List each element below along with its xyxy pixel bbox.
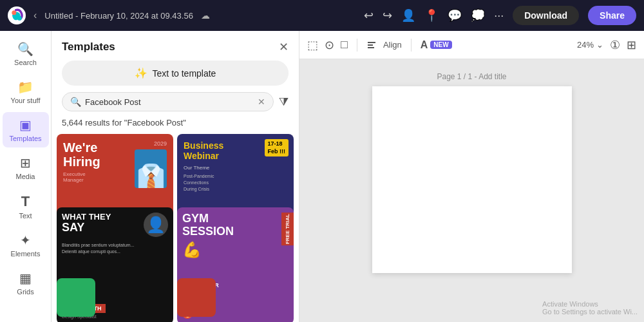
sidebar-item-templates[interactable]: ▣ Templates: [3, 112, 49, 147]
zoom-control[interactable]: 24% ⌄: [577, 40, 603, 50]
webinar-theme: Our Theme: [184, 165, 287, 171]
svg-rect-5: [368, 47, 374, 48]
canvas-content: Page 1 / 1 - Add title Activate Windows …: [299, 59, 644, 322]
sidebar-label-grids: Grids: [17, 288, 33, 296]
hiring-job: ExecutiveManager: [63, 171, 100, 183]
svg-rect-3: [368, 42, 375, 43]
grid-view-button[interactable]: ⊞: [627, 38, 636, 52]
zoom-value: 24%: [577, 40, 594, 50]
template-card-business1[interactable]: [57, 278, 95, 317]
canva-logo: [8, 6, 26, 24]
templates-panel: Templates ✕ ✨ Text to template 🔍 ✕ ⧩ 5,6…: [52, 31, 299, 322]
webinar-date: 17-18Feb !!!: [265, 139, 289, 156]
templates-icon: ▣: [19, 117, 32, 133]
sidebar-item-elements[interactable]: ✦ Elements: [3, 227, 49, 263]
share-button[interactable]: Share: [588, 6, 636, 25]
hiring-title: We'reHiring: [63, 140, 100, 169]
gym-free-trial: FREE TRIAL: [281, 213, 294, 245]
filter-button[interactable]: ⧩: [279, 95, 289, 109]
clear-search-button[interactable]: ✕: [258, 97, 265, 107]
topbar-tools: ↩ ↪ 👤 📍 💬 💭 ··· Download Share: [364, 6, 636, 25]
download-button[interactable]: Download: [513, 6, 579, 25]
whattheysay-photo: 👤: [144, 213, 168, 237]
globe-tool-button[interactable]: ⊙: [325, 38, 334, 52]
translate-button[interactable]: A NEW: [421, 39, 452, 51]
square-tool-button[interactable]: □: [341, 38, 348, 52]
results-text: 5,644 results for "Facebook Post": [52, 118, 299, 134]
canvas-area: ⬚ ⊙ □ Align A NEW 24% ⌄ ① ⊞ Page 1 / 1 -: [299, 31, 644, 322]
whattheysay-title: WHAT THEYSAY: [62, 213, 111, 234]
panel-title: Templates: [62, 41, 115, 53]
user-button[interactable]: 👤: [401, 8, 415, 23]
sidebar-item-media[interactable]: ⊞ Media: [3, 150, 49, 185]
svg-rect-4: [368, 44, 373, 46]
gym-title: GYMSESSION: [182, 213, 289, 238]
chat-button[interactable]: 💬: [448, 8, 462, 23]
media-icon: ⊞: [20, 155, 31, 171]
location-button[interactable]: 📍: [424, 8, 439, 23]
close-panel-button[interactable]: ✕: [279, 40, 289, 54]
elements-icon: ✦: [20, 232, 31, 248]
sidebar-label-text: Text: [19, 212, 32, 220]
undo-button[interactable]: ↩: [364, 8, 374, 23]
chevron-down-icon: ⌄: [596, 40, 603, 50]
panel-header: Templates ✕: [52, 31, 299, 61]
sidebar-label-templates: Templates: [9, 135, 41, 142]
search-row: 🔍 ✕ ⧩: [52, 92, 299, 118]
sidebar: 🔍 Search 📁 Your stuff ▣ Templates ⊞ Medi…: [0, 31, 52, 322]
topbar: ‹ Untitled - February 10, 2024 at 09.43.…: [0, 0, 644, 31]
align-icon: [366, 40, 377, 50]
save-icon: ☁: [201, 10, 210, 21]
multi-chat-button[interactable]: 💭: [471, 8, 485, 23]
translate-icon: A: [421, 39, 428, 51]
search-box: 🔍 ✕: [62, 92, 274, 111]
sidebar-item-search[interactable]: 🔍 Search: [3, 36, 49, 71]
magic-icon: ✨: [135, 67, 147, 79]
text-icon: T: [21, 193, 30, 210]
more-options[interactable]: ···: [494, 9, 504, 23]
hiring-year: 2029: [135, 140, 167, 147]
svg-point-2: [17, 16, 22, 21]
canvas-page-container: Page 1 / 1 - Add title: [372, 72, 572, 273]
whattheysay-quote: Blanditiis prae sentium voluptatum... De…: [62, 242, 168, 255]
sidebar-label-media: Media: [16, 173, 35, 180]
watermark-subtitle: Go to Settings to activate Wi...: [542, 308, 638, 316]
sidebar-label-search: Search: [14, 59, 37, 66]
search-icon: 🔍: [70, 97, 81, 107]
page-number-button[interactable]: ①: [610, 38, 620, 52]
toolbar-divider-2: [411, 39, 412, 52]
template-card-business2[interactable]: [177, 278, 216, 317]
page-label: Page 1 / 1 - Add title: [437, 72, 506, 81]
template-grid: We'reHiring ExecutiveManager 2029 👔 Appl…: [52, 134, 299, 322]
sidebar-item-your-stuff[interactable]: 📁 Your stuff: [3, 74, 49, 109]
canvas-page: [372, 86, 572, 273]
sidebar-item-text[interactable]: T Text: [3, 188, 49, 225]
new-badge: NEW: [430, 41, 451, 49]
frame-tool-button[interactable]: ⬚: [307, 38, 318, 52]
canvas-toolbar: ⬚ ⊙ □ Align A NEW 24% ⌄ ① ⊞: [299, 31, 644, 59]
search-input[interactable]: [85, 97, 254, 107]
sidebar-label-elements: Elements: [11, 250, 41, 258]
grids-icon: ▦: [19, 270, 32, 286]
sidebar-item-grids[interactable]: ▦ Grids: [3, 265, 49, 301]
back-button[interactable]: ‹: [31, 7, 39, 24]
align-label: Align: [383, 40, 402, 50]
search-icon: 🔍: [17, 41, 33, 57]
sidebar-label-your-stuff: Your stuff: [11, 97, 41, 104]
text-to-template-label: Text to template: [153, 68, 216, 79]
watermark: Activate Windows Go to Settings to activ…: [542, 300, 638, 316]
your-stuff-icon: 📁: [17, 79, 33, 95]
svg-point-1: [12, 10, 16, 15]
document-title: Untitled - February 10, 2024 at 09.43.56: [44, 11, 193, 21]
toolbar-divider: [357, 39, 357, 52]
webinar-details: Post-PandemicConnectionsDuring Crisis: [184, 173, 287, 192]
main-area: 🔍 Search 📁 Your stuff ▣ Templates ⊞ Medi…: [0, 31, 644, 322]
align-button[interactable]: [366, 40, 377, 50]
watermark-title: Activate Windows: [542, 300, 638, 308]
redo-button[interactable]: ↪: [383, 8, 392, 23]
text-to-template-button[interactable]: ✨ Text to template: [62, 61, 289, 86]
gym-figure: 💪: [182, 241, 289, 259]
